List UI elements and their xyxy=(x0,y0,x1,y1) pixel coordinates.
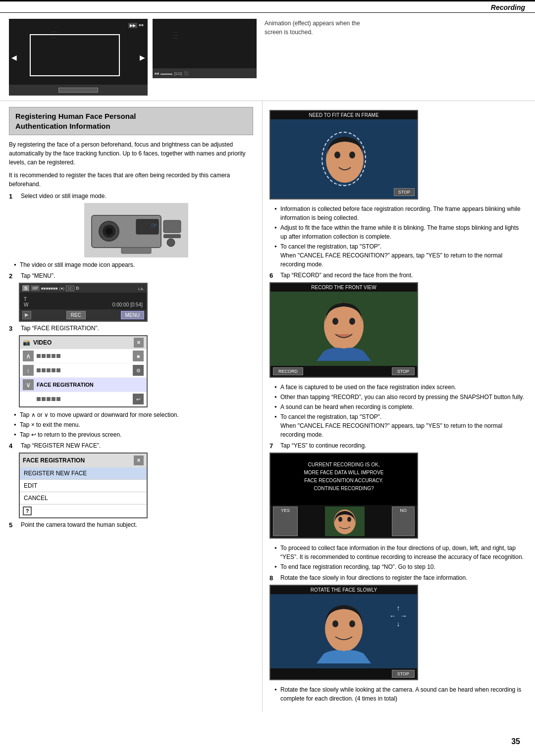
top-screen-left: ▶▶ ■■ · · · · ·· · · · · · · · ◀ ▶ xyxy=(9,19,148,96)
face-illustration xyxy=(322,133,366,186)
step6-bullet4: To cancel the registration, tap "STOP".W… xyxy=(274,412,526,439)
stop-button-1[interactable]: STOP xyxy=(394,188,415,196)
left-column: Registering Human Face Personal Authenti… xyxy=(0,101,263,712)
video-menu-row-bottom: ↩ xyxy=(20,392,147,406)
step7-bullets: To proceed to collect face information i… xyxy=(274,544,526,571)
step7-bullet2: To end face registration recording, tap … xyxy=(274,562,526,571)
svg-point-16 xyxy=(349,318,355,325)
camcorder-svg: ☞ xyxy=(87,205,186,255)
svg-text:☞: ☞ xyxy=(151,221,158,229)
menu-xp-label: XP xyxy=(31,285,40,291)
video-menu-mockup: 📸 VIDEO × ∧ ■ xyxy=(19,335,148,407)
face-frame-body: STOP xyxy=(270,119,417,199)
section-title: Registering Human Face Personal Authenti… xyxy=(15,111,247,131)
step1-bullets: The video or still image mode icon appea… xyxy=(14,260,253,269)
continue-bottom-bar: YES NO xyxy=(270,505,417,538)
page-header: Recording xyxy=(0,1,535,13)
continue-screen: CURRENT RECORDING IS OK, MORE FACE DATA … xyxy=(269,453,418,539)
menu-bottom-bar: ▶ REC MENU xyxy=(20,309,147,321)
menu-w-label: W xyxy=(24,302,28,307)
no-button[interactable]: NO xyxy=(392,506,415,536)
menu-button[interactable]: MENU xyxy=(121,311,144,319)
cancel-item[interactable]: CANCEL xyxy=(20,492,147,504)
rotate-face-screen: ROTATE THE FACE SLOWLY ↑ xyxy=(269,585,418,680)
svg-point-15 xyxy=(332,318,338,325)
face-frame-title: NEED TO FIT FACE IN FRAME xyxy=(270,111,417,119)
step6-bullet1: A face is captured to be used on the fac… xyxy=(274,383,526,392)
video-menu-row-up: ∧ ■ xyxy=(20,349,147,363)
face-frame-bullet3: To cancel the registration, tap "STOP".W… xyxy=(274,242,526,269)
menu-s-label: S xyxy=(22,285,29,291)
menu-t-label: T xyxy=(24,297,28,302)
step-4: 4 Tap “REGISTER NEW FACE”. xyxy=(9,442,253,450)
svg-rect-8 xyxy=(163,234,181,238)
menu-screen-mockup: S XP ■■■■■■■ (●) SD D LA. T W 0:00:00 [0… xyxy=(19,283,148,322)
menu-la-label: LA. xyxy=(138,287,144,291)
main-content: Registering Human Face Personal Authenti… xyxy=(0,101,535,712)
rotate-face-body: ↑ ← → ↓ xyxy=(270,594,417,668)
video-menu-face-reg-row[interactable]: ∨ FACE REGISTRATION xyxy=(20,378,147,392)
step-5: 5 Point the camera toward the human subj… xyxy=(9,521,253,529)
video-menu-row-2: ↕ ⚙ xyxy=(20,363,147,378)
header-title: Recording xyxy=(491,3,525,11)
camcorder-illustration: ☞ xyxy=(19,203,253,257)
svg-point-9 xyxy=(167,239,175,247)
face-reg-close-icon[interactable]: × xyxy=(134,455,144,465)
face-frame-bullet1: Information is collected before face reg… xyxy=(274,204,526,222)
continue-face-small xyxy=(327,508,362,535)
top-caption-text: Animation (effect) appears when the scre… xyxy=(265,20,360,36)
menu-time: 0:00:00 [0:54] xyxy=(112,302,143,307)
record-front-title: RECORD THE FRONT VIEW xyxy=(270,283,417,292)
rotate-bottom-bar: STOP xyxy=(270,668,417,679)
step3-bullet1: Tap ∧ or ∨ to move upward or downward fo… xyxy=(14,410,253,419)
svg-rect-6 xyxy=(121,248,151,253)
direction-arrows: ↑ ← → ↓ xyxy=(389,604,407,628)
record-bottom-bar: RECORD STOP xyxy=(270,366,417,377)
step-2: 2 Tap “MENU”. xyxy=(9,272,253,280)
step-6: 6 Tap “RECORD” and record the face from … xyxy=(269,272,526,279)
intro-para2: It is recommended to register the faces … xyxy=(9,171,253,189)
yes-button[interactable]: YES xyxy=(273,506,298,536)
continue-body: CURRENT RECORDING IS OK, MORE FACE DATA … xyxy=(270,454,417,505)
close-icon[interactable]: × xyxy=(134,338,144,348)
svg-point-22 xyxy=(332,620,338,627)
step6-bullet3: A sound can be heard when recording is c… xyxy=(274,403,526,411)
step6-bullets: A face is captured to be used on the fac… xyxy=(274,383,526,439)
step6-bullet2: Other than tapping “RECORD”, you can als… xyxy=(274,393,526,402)
svg-rect-4 xyxy=(163,220,181,233)
record-front-body xyxy=(270,292,417,366)
step-1: 1 Select video or still image mode. xyxy=(9,193,253,200)
edit-item[interactable]: EDIT xyxy=(20,480,147,492)
top-area: ▶▶ ■■ · · · · ·· · · · · · · · ◀ ▶ · · ·… xyxy=(0,13,535,101)
svg-point-19 xyxy=(347,517,351,522)
record-front-screen: RECORD THE FRONT VIEW xyxy=(269,282,418,378)
top-screen-right: · · ·· · · ·· · · ■■ ▬▬▬ [111] ⬛ xyxy=(153,19,257,78)
back-icon: ↩ xyxy=(133,394,144,404)
stop-button-2[interactable]: STOP xyxy=(392,367,415,375)
record-button[interactable]: RECORD xyxy=(273,367,303,375)
svg-point-23 xyxy=(349,620,355,627)
menu-d-label: D xyxy=(76,286,79,291)
help-icon[interactable]: ? xyxy=(23,506,32,515)
step3-bullets: Tap ∧ or ∨ to move upward or downward fo… xyxy=(14,410,253,439)
step1-bullet1: The video or still image mode icon appea… xyxy=(14,260,253,269)
rec-button[interactable]: REC xyxy=(66,311,86,319)
register-new-face-item[interactable]: REGISTER NEW FACE xyxy=(20,467,147,480)
step8-bullet1: Rotate the face slowly while looking at … xyxy=(274,685,526,703)
step-7: 7 Tap “YES” to continue recording. xyxy=(269,442,526,450)
face-registration-label: FACE REGISTRATION xyxy=(34,382,144,388)
gear-icon: ⚙ xyxy=(133,365,144,376)
right-column: NEED TO FIT FACE IN FRAME xyxy=(263,101,535,712)
record-face-illustration xyxy=(317,297,371,361)
video-menu-title: 📸 VIDEO × xyxy=(20,336,147,349)
svg-point-18 xyxy=(338,517,342,522)
rotate-face-illustration xyxy=(317,599,371,663)
svg-point-11 xyxy=(334,151,340,158)
page-number: 35 xyxy=(511,737,520,746)
face-frame-bullets: Information is collected before face reg… xyxy=(274,204,526,269)
stop-button-3[interactable]: STOP xyxy=(392,670,415,678)
step3-bullet2: Tap × to exit the menu. xyxy=(14,420,253,429)
face-frame-screen: NEED TO FIT FACE IN FRAME xyxy=(269,110,418,200)
svg-point-3 xyxy=(106,228,112,235)
face-reg-menu-mockup: FACE REGISTRATION × REGISTER NEW FACE ED… xyxy=(19,453,148,518)
